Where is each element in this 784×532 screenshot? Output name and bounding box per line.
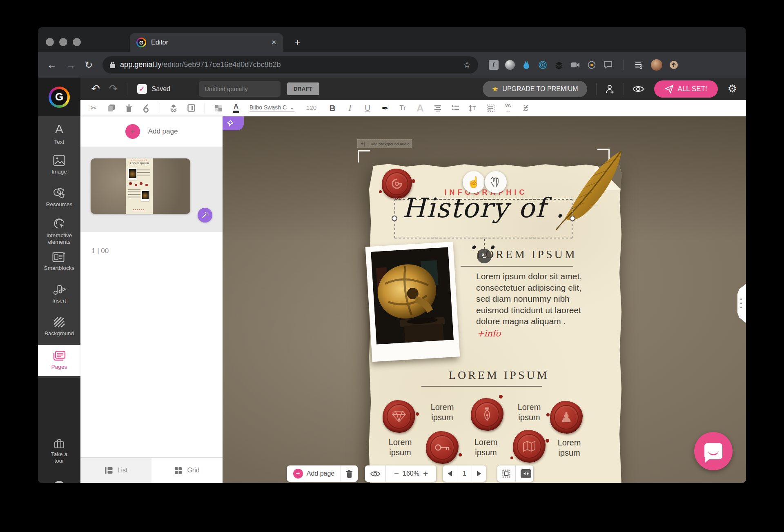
- interactivity-icon[interactable]: [142, 102, 150, 114]
- flame-extension-icon[interactable]: [521, 60, 531, 70]
- profile-avatar[interactable]: [651, 59, 662, 71]
- cut-icon[interactable]: ✂: [89, 102, 98, 114]
- new-tab-button[interactable]: +: [294, 36, 301, 49]
- bookmark-star-icon[interactable]: ☆: [463, 60, 471, 70]
- wax-seal-pawn[interactable]: ♟: [550, 401, 583, 434]
- saved-checkbox[interactable]: ✓: [137, 84, 147, 94]
- radar-extension-icon[interactable]: [538, 60, 548, 70]
- redo-icon[interactable]: ↷: [109, 82, 118, 95]
- underline-icon[interactable]: U: [363, 102, 372, 114]
- sidebar-item-pages[interactable]: Pages: [38, 345, 80, 376]
- seal-label[interactable]: Lorem ipsum: [470, 437, 501, 458]
- window-zoom-button[interactable]: [73, 38, 81, 46]
- text-background-icon[interactable]: [486, 102, 494, 114]
- font-family-select[interactable]: Bilbo Swash C ⌄: [249, 104, 294, 112]
- gramophone-polaroid-image[interactable]: [365, 242, 460, 362]
- delete-page-button[interactable]: [341, 465, 358, 482]
- window-minimize-button[interactable]: [59, 38, 67, 46]
- magic-wand-button[interactable]: [198, 208, 212, 223]
- chat-extension-icon[interactable]: [603, 60, 613, 70]
- sidebar-item-interactive-elements[interactable]: Interactive elements: [38, 218, 80, 245]
- list-view-button[interactable]: List: [80, 458, 151, 483]
- add-collaborator-icon[interactable]: [605, 84, 615, 94]
- share-up-icon[interactable]: [669, 60, 679, 70]
- letter-spacing-icon[interactable]: VA↔: [504, 102, 512, 114]
- window-close-button[interactable]: [46, 38, 54, 46]
- side-drawer-handle[interactable]: [736, 284, 746, 323]
- browser-tab[interactable]: Editor ✕: [130, 33, 283, 52]
- section1-body-text[interactable]: Lorem ipsum dolor sit amet, consectetuer…: [476, 271, 585, 327]
- wax-seal-map[interactable]: [513, 430, 546, 463]
- delete-icon[interactable]: [125, 102, 133, 114]
- section2-heading[interactable]: LOREM IPSUM: [449, 369, 549, 382]
- all-set-button[interactable]: ALL SET!: [654, 80, 718, 98]
- seal-label[interactable]: Lorem ipsum: [385, 437, 416, 458]
- bold-icon[interactable]: B: [328, 102, 336, 114]
- take-a-tour-button[interactable]: Take a tour: [38, 439, 80, 464]
- highlight-pen-icon[interactable]: ✒: [381, 102, 389, 114]
- seal-label[interactable]: Lorem ipsum: [427, 402, 458, 423]
- align-icon[interactable]: [434, 102, 442, 114]
- seal-label[interactable]: Lorem ipsum: [514, 402, 545, 423]
- line-height-icon[interactable]: T: [469, 102, 477, 114]
- sidebar-item-text[interactable]: A Text: [38, 122, 80, 145]
- facebook-extension-icon[interactable]: f: [489, 60, 499, 70]
- pin-panel-tab[interactable]: [223, 116, 244, 130]
- add-page-button[interactable]: + Add page: [80, 116, 223, 147]
- tab-close-icon[interactable]: ✕: [271, 39, 276, 46]
- drag-interaction-button[interactable]: [485, 171, 507, 193]
- resize-handle-left[interactable]: [392, 216, 397, 221]
- section1-heading[interactable]: LOREM IPSUM: [477, 248, 577, 261]
- selection-frame-button[interactable]: [497, 465, 515, 482]
- tap-interaction-button[interactable]: ☝: [463, 171, 485, 193]
- forward-icon[interactable]: →: [66, 59, 76, 71]
- crop-frame-icon[interactable]: [187, 102, 195, 114]
- sidebar-item-insert[interactable]: Insert: [38, 284, 80, 304]
- address-bar[interactable]: app.genial.ly/editor/5eb9717ce16e4d0d7cb…: [102, 56, 478, 73]
- opacity-icon[interactable]: [214, 102, 223, 114]
- support-chat-button[interactable]: [694, 432, 733, 470]
- settings-gear-icon[interactable]: ⚙: [728, 82, 737, 95]
- zoom-out-button[interactable]: −: [394, 469, 399, 479]
- bottom-add-page-button[interactable]: + Add page: [287, 465, 341, 482]
- genially-title-input[interactable]: [199, 81, 281, 97]
- font-size-input[interactable]: 120: [304, 104, 319, 112]
- sidebar-item-background[interactable]: Background: [38, 316, 80, 337]
- add-background-audio-button[interactable]: +| Add background audio: [357, 139, 412, 148]
- resize-handle-right[interactable]: [570, 216, 575, 221]
- italic-icon[interactable]: I: [346, 102, 354, 114]
- page-thumbnail[interactable]: Lorem ipsum: [91, 158, 190, 214]
- clear-format-icon[interactable]: Ƶ: [521, 102, 530, 114]
- camera-extension-icon[interactable]: [570, 60, 580, 70]
- duplicate-icon[interactable]: [107, 102, 115, 114]
- back-icon[interactable]: ←: [47, 59, 57, 71]
- sidebar-item-resources[interactable]: Resources: [38, 187, 80, 208]
- bullet-list-icon[interactable]: [451, 102, 459, 114]
- zoom-in-button[interactable]: +: [423, 469, 428, 479]
- next-page-button[interactable]: [472, 465, 486, 482]
- wax-seal-pen[interactable]: [471, 398, 503, 431]
- sidebar-item-image[interactable]: Image: [38, 155, 80, 175]
- info-link[interactable]: +info: [477, 329, 501, 338]
- wax-seal-key[interactable]: [426, 431, 459, 464]
- undo-icon[interactable]: ↶: [91, 82, 100, 95]
- preview-button[interactable]: [365, 465, 385, 482]
- text-color-icon[interactable]: A: [232, 102, 240, 114]
- grid-view-button[interactable]: Grid: [151, 458, 223, 483]
- fit-width-button[interactable]: [515, 465, 536, 482]
- sidebar-item-smartblocks[interactable]: Smartblocks: [38, 251, 80, 272]
- help-button[interactable]: ?: [38, 481, 80, 483]
- layers-extension-icon[interactable]: [554, 60, 564, 70]
- wax-seal-diamond[interactable]: [383, 400, 415, 433]
- genially-logo-block[interactable]: [38, 78, 80, 116]
- preview-eye-icon[interactable]: [632, 85, 644, 93]
- page-list-item[interactable]: Lorem ipsum 1 | 00: [80, 147, 223, 232]
- target-extension-icon[interactable]: [587, 60, 597, 70]
- editor-canvas[interactable]: +| Add background audio: [223, 116, 746, 483]
- seal-label[interactable]: Lorem ipsum: [554, 438, 585, 458]
- sphere-extension-icon[interactable]: [505, 60, 515, 70]
- prev-page-button[interactable]: [443, 465, 457, 482]
- media-queue-icon[interactable]: [635, 60, 644, 70]
- upgrade-premium-button[interactable]: ★ UPGRADE TO PREMIUM: [483, 81, 587, 97]
- layers-order-icon[interactable]: [169, 102, 178, 114]
